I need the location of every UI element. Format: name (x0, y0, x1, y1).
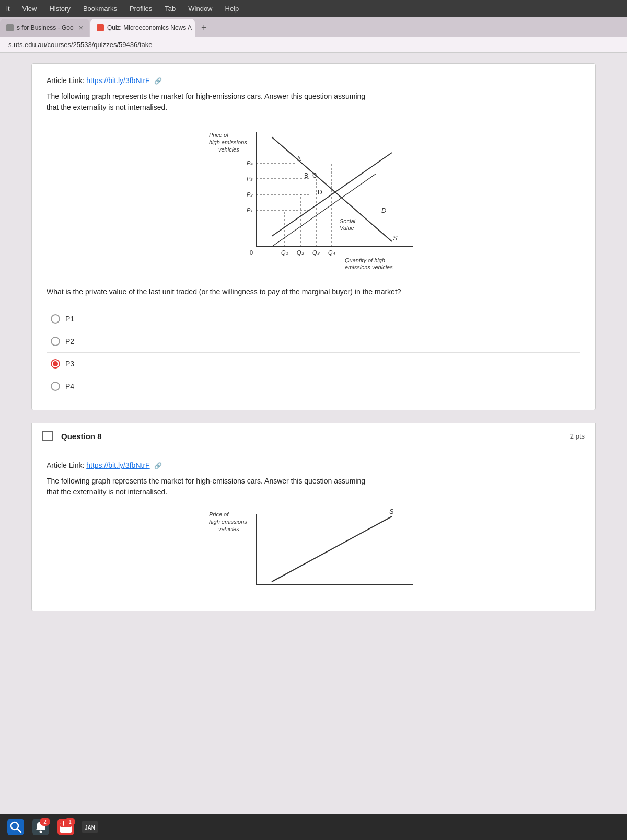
tab-2[interactable]: Quiz: Microeconomics News A × (90, 19, 195, 37)
radio-p3-fill (53, 361, 58, 366)
tab-2-label: Quiz: Microeconomics News A (107, 24, 192, 31)
svg-text:D: D (381, 206, 386, 214)
graph-svg-q7: Price of high emissions vehicles 0 S D (204, 121, 423, 278)
copy-link-icon-q8[interactable]: 🔗 (154, 462, 162, 469)
svg-text:Q₄: Q₄ (328, 249, 335, 256)
menu-item-tab[interactable]: Tab (165, 5, 176, 13)
svg-text:A: A (297, 155, 301, 163)
menu-item-window[interactable]: Window (188, 5, 212, 13)
taskbar-calendar[interactable] (54, 815, 77, 838)
menu-item-view[interactable]: View (22, 5, 37, 13)
notification-icon (32, 819, 49, 835)
choice-p1-label: P1 (65, 315, 74, 323)
taskbar: JAN (0, 814, 627, 840)
article-link-q8: Article Link: https://bit.ly/3fbNtrF 🔗 (47, 461, 580, 469)
svg-text:P₁: P₁ (247, 207, 252, 213)
svg-text:high emissions: high emissions (209, 519, 247, 525)
question-7-description: The following graph represents the marke… (47, 91, 580, 113)
menu-item-profiles[interactable]: Profiles (130, 5, 152, 13)
finder-icon (7, 819, 24, 835)
question-7-text: What is the private value of the last un… (47, 286, 580, 297)
tab-1-label: s for Business - Goo (17, 24, 74, 31)
radio-p4[interactable] (51, 382, 60, 391)
menu-item-history[interactable]: History (49, 5, 70, 13)
menu-bar: it View History Bookmarks Profiles Tab W… (0, 0, 627, 17)
question-8-title: Question 8 (61, 432, 102, 441)
svg-text:high emissions: high emissions (209, 139, 247, 145)
question-8-checkbox[interactable] (42, 431, 53, 441)
choice-p2-label: P2 (65, 337, 74, 346)
svg-text:Q₁: Q₁ (281, 249, 288, 256)
menu-item-help[interactable]: Help (225, 5, 239, 13)
svg-text:Q₂: Q₂ (297, 249, 304, 256)
menu-item-bookmarks[interactable]: Bookmarks (83, 5, 117, 13)
svg-line-6 (272, 137, 392, 241)
tab-bar: s for Business - Goo × Quiz: Microeconom… (0, 17, 627, 37)
svg-text:Social: Social (340, 218, 356, 224)
svg-text:vehicles: vehicles (218, 526, 239, 532)
address-bar (0, 37, 627, 53)
taskbar-finder[interactable] (4, 815, 27, 838)
svg-text:Price of: Price of (209, 511, 229, 517)
svg-point-46 (40, 831, 42, 833)
svg-text:B: B (304, 172, 308, 179)
radio-p3[interactable] (51, 359, 60, 369)
graph-svg-q8: Price of high emissions vehicles S (204, 506, 423, 590)
taskbar-jan-badge: JAN (82, 821, 98, 833)
graph-q8-partial: Price of high emissions vehicles S (47, 506, 580, 590)
article-link-q7: Article Link: https://bit.ly/3fbNtrF 🔗 (47, 76, 580, 85)
svg-text:P₄: P₄ (247, 160, 253, 166)
svg-text:Quantity of high: Quantity of high (345, 257, 385, 263)
choice-p4-label: P4 (65, 382, 74, 390)
svg-text:S: S (389, 508, 394, 515)
copy-link-icon-q7[interactable]: 🔗 (154, 77, 162, 85)
svg-text:Price of: Price of (209, 132, 229, 138)
svg-text:C: C (312, 172, 317, 179)
question-8-pts: 2 pts (570, 432, 585, 440)
taskbar-notification[interactable] (29, 815, 52, 838)
choice-p3[interactable]: P3 (47, 353, 580, 375)
answer-choices-q7: P1 P2 P3 P4 (47, 308, 580, 397)
svg-rect-49 (60, 823, 72, 827)
question-8-card: Article Link: https://bit.ly/3fbNtrF 🔗 T… (31, 448, 596, 611)
choice-p1[interactable]: P1 (47, 308, 580, 330)
svg-text:Q₃: Q₃ (312, 249, 320, 256)
tab-1-close[interactable]: × (79, 24, 83, 32)
svg-text:emissions vehicles: emissions vehicles (345, 264, 393, 270)
radio-p2[interactable] (51, 337, 60, 346)
svg-text:D: D (318, 189, 322, 196)
question-7-card: Article Link: https://bit.ly/3fbNtrF 🔗 T… (31, 63, 596, 410)
question-8-description: The following graph represents the marke… (47, 476, 580, 498)
svg-text:0: 0 (250, 249, 253, 256)
choice-p2[interactable]: P2 (47, 330, 580, 353)
page-content: Article Link: https://bit.ly/3fbNtrF 🔗 T… (0, 53, 627, 837)
question-8-header-left: Question 8 (42, 431, 102, 441)
svg-line-40 (272, 516, 392, 582)
svg-text:Value: Value (340, 225, 354, 231)
article-link-q7-anchor[interactable]: https://bit.ly/3fbNtrF (86, 76, 149, 85)
menu-item-it[interactable]: it (6, 5, 10, 13)
svg-text:S: S (393, 234, 398, 242)
question-8-header: Question 8 2 pts (31, 423, 596, 448)
choice-p4[interactable]: P4 (47, 375, 580, 397)
graph-q7: Price of high emissions vehicles 0 S D (47, 121, 580, 278)
article-link-q8-anchor[interactable]: https://bit.ly/3fbNtrF (86, 461, 149, 469)
radio-p1[interactable] (51, 314, 60, 324)
url-input[interactable] (8, 41, 619, 49)
tab-1[interactable]: s for Business - Goo × (0, 19, 89, 37)
tab-1-favicon (6, 24, 14, 31)
new-tab-button[interactable]: + (196, 19, 212, 37)
choice-p3-label: P3 (65, 360, 74, 368)
svg-text:P₂: P₂ (247, 191, 253, 198)
calendar-icon (57, 819, 74, 835)
svg-text:P₃: P₃ (247, 176, 253, 182)
svg-text:vehicles: vehicles (218, 146, 239, 153)
tab-2-favicon (97, 24, 104, 31)
svg-rect-42 (7, 819, 24, 835)
